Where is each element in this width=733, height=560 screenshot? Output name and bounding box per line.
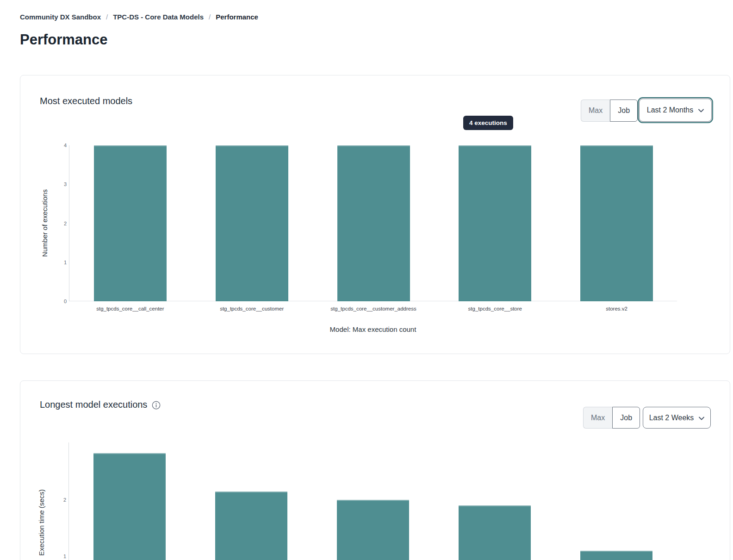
y-axis-title: Execution time (secs)	[37, 489, 45, 555]
y-axis-tick: 2	[56, 221, 67, 226]
time-range-value: Last 2 Months	[647, 106, 694, 114]
breadcrumb-item[interactable]: TPC-DS - Core Data Models	[113, 13, 204, 21]
x-axis-label: stores.v2	[606, 306, 627, 311]
breadcrumb-separator: /	[106, 13, 108, 21]
y-axis-tick: 2	[55, 497, 66, 503]
card-title-text: Most executed models	[40, 96, 132, 106]
x-axis-title: Model: Max execution count	[330, 325, 416, 333]
toggle-max-button[interactable]: Max	[581, 100, 610, 122]
toggle-max-button[interactable]: Max	[583, 407, 612, 429]
bar[interactable]	[580, 145, 653, 301]
card-title: Longest model executions	[40, 399, 161, 410]
y-axis-tick: 1	[55, 554, 66, 559]
breadcrumb: Community DX Sandbox/TPC-DS - Core Data …	[20, 13, 258, 21]
bar[interactable]	[337, 500, 409, 560]
max-job-toggle: MaxJob	[581, 100, 638, 122]
breadcrumb-separator: /	[209, 13, 211, 21]
y-axis-tick: 3	[56, 181, 67, 187]
card-title-text: Longest model executions	[40, 399, 147, 410]
y-axis-tick: 4	[56, 143, 67, 148]
info-icon[interactable]	[152, 401, 161, 410]
card-most-executed-models: Most executed models MaxJob Last 2 Month…	[20, 75, 730, 354]
bar[interactable]	[215, 492, 287, 560]
bar[interactable]	[93, 453, 166, 560]
bar[interactable]	[337, 145, 410, 301]
bar[interactable]	[94, 145, 167, 301]
chart-tooltip: 4 executions	[463, 116, 513, 130]
chevron-down-icon	[699, 414, 704, 422]
x-axis-label: stg_tpcds_core__customer_address	[330, 306, 416, 311]
card-title: Most executed models	[40, 96, 132, 106]
toggle-job-button[interactable]: Job	[612, 407, 640, 429]
x-axis-label: stg_tpcds_core__call_center	[96, 306, 164, 311]
bar[interactable]	[459, 505, 531, 560]
bar-chart-most-executed: 01234stg_tpcds_core__call_centerstg_tpcd…	[69, 145, 677, 301]
time-range-select[interactable]: Last 2 Months	[639, 99, 712, 122]
time-range-value: Last 2 Weeks	[649, 414, 694, 422]
page-title: Performance	[20, 31, 108, 48]
toggle-job-button[interactable]: Job	[610, 100, 638, 122]
breadcrumb-item: Performance	[216, 13, 258, 21]
y-axis-tick: 1	[56, 260, 67, 265]
y-axis-tick: 0	[56, 299, 67, 304]
x-axis-label: stg_tpcds_core__customer	[220, 306, 284, 311]
breadcrumb-item[interactable]: Community DX Sandbox	[20, 13, 101, 21]
bar-chart-longest-executions: 12	[68, 442, 677, 560]
bar[interactable]	[459, 145, 531, 301]
chevron-down-icon	[698, 106, 704, 114]
time-range-select[interactable]: Last 2 Weeks	[643, 407, 711, 429]
bar[interactable]	[216, 145, 288, 301]
card-longest-executions: Longest model executions MaxJob Last 2 W…	[20, 380, 730, 560]
bar[interactable]	[580, 551, 652, 560]
y-axis-title: Number of executions	[41, 189, 49, 257]
max-job-toggle: MaxJob	[583, 407, 640, 429]
x-axis-label: stg_tpcds_core__store	[468, 306, 522, 311]
